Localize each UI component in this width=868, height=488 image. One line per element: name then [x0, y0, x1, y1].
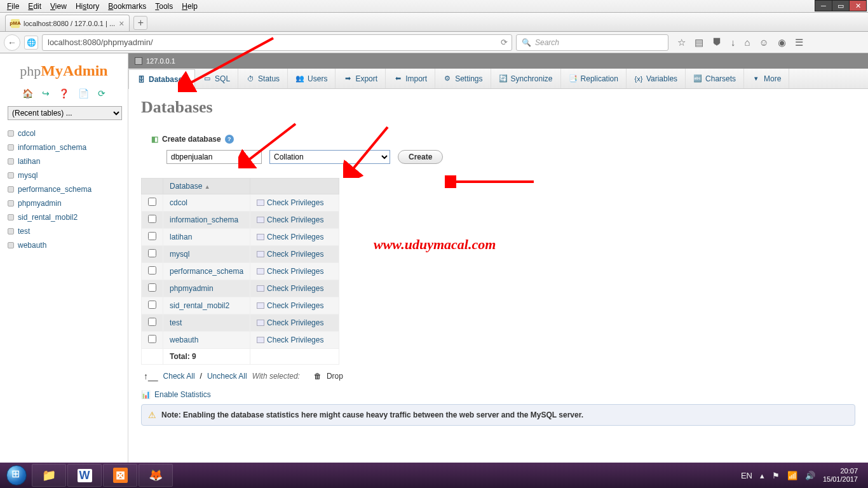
sidebar-db-item[interactable]: mysql	[6, 168, 121, 182]
db-name-link[interactable]: cdcol	[170, 198, 187, 207]
sql-query-icon[interactable]: ❓	[58, 88, 69, 98]
check-privileges-link[interactable]: Check Privileges	[257, 267, 332, 276]
hamburger-menu-icon[interactable]: ☰	[795, 37, 803, 48]
bookmarks-list-icon[interactable]: ▤	[695, 37, 703, 48]
sidebar-db-item[interactable]: test	[6, 224, 121, 238]
new-tab-button[interactable]: +	[133, 16, 147, 30]
sidebar-db-item[interactable]: latihan	[6, 154, 121, 168]
check-privileges-link[interactable]: Check Privileges	[257, 198, 332, 207]
row-checkbox[interactable]	[148, 232, 156, 240]
task-xampp[interactable]: ⊠	[103, 464, 137, 487]
chat-icon[interactable]: ☺	[759, 37, 769, 48]
check-privileges-link[interactable]: Check Privileges	[257, 301, 332, 310]
tray-lang[interactable]: EN	[741, 471, 752, 480]
tab-close-icon[interactable]: ×	[119, 18, 124, 29]
sidebar-db-item[interactable]: webauth	[6, 238, 121, 252]
check-privileges-link[interactable]: Check Privileges	[257, 250, 332, 259]
sidebar-db-item[interactable]: information_schema	[6, 140, 121, 154]
row-checkbox[interactable]	[148, 198, 156, 206]
tab-databases[interactable]: 🗄Databases	[128, 69, 195, 89]
logout-icon[interactable]: ↪	[42, 88, 50, 98]
row-checkbox[interactable]	[148, 215, 156, 223]
task-word[interactable]: W	[67, 464, 102, 487]
enable-statistics-link[interactable]: 📊 Enable Statistics	[141, 390, 855, 399]
row-checkbox[interactable]	[148, 301, 156, 309]
reload-icon[interactable]: ⟳	[501, 37, 508, 47]
pocket-icon[interactable]: ⛊	[712, 37, 722, 48]
create-button[interactable]: Create	[398, 150, 443, 164]
menu-help[interactable]: Help	[177, 1, 202, 12]
tab-replication[interactable]: 📑Replication	[561, 69, 627, 88]
home-icon[interactable]: ⌂	[745, 37, 750, 48]
back-button[interactable]: ←	[4, 34, 20, 51]
row-checkbox[interactable]	[148, 318, 156, 326]
uncheck-all-link[interactable]: Uncheck All	[207, 372, 247, 381]
reload-nav-icon[interactable]: ⟳	[98, 88, 105, 98]
tab-variables[interactable]: {x}Variables	[627, 69, 686, 88]
tab-import[interactable]: ⬅Import	[386, 69, 435, 88]
check-privileges-link[interactable]: Check Privileges	[257, 336, 332, 344]
sidebar-db-item[interactable]: sid_rental_mobil2	[6, 210, 121, 224]
menu-file[interactable]: File	[3, 1, 24, 12]
tray-volume-icon[interactable]: 🔊	[805, 471, 815, 480]
tray-show-hidden-icon[interactable]: ▴	[760, 471, 764, 480]
db-name-link[interactable]: mysql	[170, 250, 189, 259]
menu-bookmarks[interactable]: Bookmarks	[104, 1, 151, 12]
menu-history[interactable]: History	[71, 1, 104, 12]
site-identity-icon[interactable]: 🌐	[24, 36, 38, 50]
sidebar-db-item[interactable]: phpmyadmin	[6, 196, 121, 210]
row-checkbox[interactable]	[148, 283, 156, 292]
db-name-link[interactable]: latihan	[170, 233, 192, 241]
home-icon[interactable]: 🏠	[22, 88, 33, 98]
menu-view[interactable]: View	[46, 1, 71, 12]
database-name-input[interactable]	[166, 150, 262, 164]
db-name-link[interactable]: sid_rental_mobil2	[170, 301, 229, 310]
sidebar-db-item[interactable]: performance_schema	[6, 182, 121, 196]
url-input[interactable]: localhost:8080/phpmyadmin/ ⟳	[42, 34, 512, 51]
check-privileges-link[interactable]: Check Privileges	[257, 215, 332, 224]
window-maximize-button[interactable]: ▭	[832, 0, 850, 11]
tab-settings[interactable]: ⚙Settings	[435, 69, 491, 88]
search-box[interactable]: 🔍 Search	[516, 34, 668, 51]
tray-clock[interactable]: 20:07 15/01/2017	[823, 467, 858, 483]
task-explorer[interactable]: 📁	[32, 464, 66, 487]
collation-select[interactable]: Collation	[269, 150, 390, 164]
browser-tab[interactable]: pMA localhost:8080 / 127.0.0.1 | ... ×	[5, 15, 130, 31]
docs-icon[interactable]: 📄	[78, 88, 89, 98]
db-name-link[interactable]: webauth	[170, 336, 198, 344]
window-minimize-button[interactable]: ─	[815, 0, 832, 11]
tab-export[interactable]: ➡Export	[336, 69, 386, 88]
drop-link[interactable]: Drop	[327, 372, 343, 381]
recent-tables-select[interactable]: (Recent tables) ...	[8, 106, 122, 120]
start-button[interactable]	[4, 463, 29, 488]
col-database[interactable]: Database ▲	[163, 179, 250, 194]
row-checkbox[interactable]	[148, 266, 156, 274]
row-checkbox[interactable]	[148, 249, 156, 257]
bookmark-star-icon[interactable]: ☆	[677, 37, 686, 48]
help-icon[interactable]: ?	[225, 135, 234, 144]
check-privileges-link[interactable]: Check Privileges	[257, 318, 332, 327]
sidebar-db-item[interactable]: cdcol	[6, 126, 121, 140]
check-privileges-link[interactable]: Check Privileges	[257, 284, 332, 293]
menu-edit[interactable]: Edit	[24, 1, 46, 12]
db-name-link[interactable]: information_schema	[170, 215, 238, 224]
check-all-link[interactable]: Check All	[163, 372, 195, 381]
tray-flag-icon[interactable]: ⚑	[772, 471, 780, 480]
window-close-button[interactable]: ✕	[849, 0, 867, 11]
tab-sql[interactable]: ▭SQL	[195, 69, 238, 88]
tab-more[interactable]: ▾More	[744, 69, 789, 88]
tab-charsets[interactable]: 🔤Charsets	[686, 69, 744, 88]
addons-icon[interactable]: ◉	[778, 37, 786, 48]
downloads-icon[interactable]: ↓	[731, 37, 736, 48]
tab-users[interactable]: 👥Users	[288, 69, 336, 88]
task-firefox[interactable]: 🦊	[139, 464, 173, 487]
db-name-link[interactable]: performance_schema	[170, 267, 243, 276]
menu-tools[interactable]: Tools	[151, 1, 177, 12]
db-name-link[interactable]: phpmyadmin	[170, 284, 214, 293]
tab-synchronize[interactable]: 🔄Synchronize	[491, 69, 561, 88]
row-checkbox[interactable]	[148, 335, 156, 343]
check-privileges-link[interactable]: Check Privileges	[257, 233, 332, 241]
tab-status[interactable]: ⏱Status	[238, 69, 288, 88]
tray-network-icon[interactable]: 📶	[787, 471, 797, 480]
db-name-link[interactable]: test	[170, 318, 182, 327]
